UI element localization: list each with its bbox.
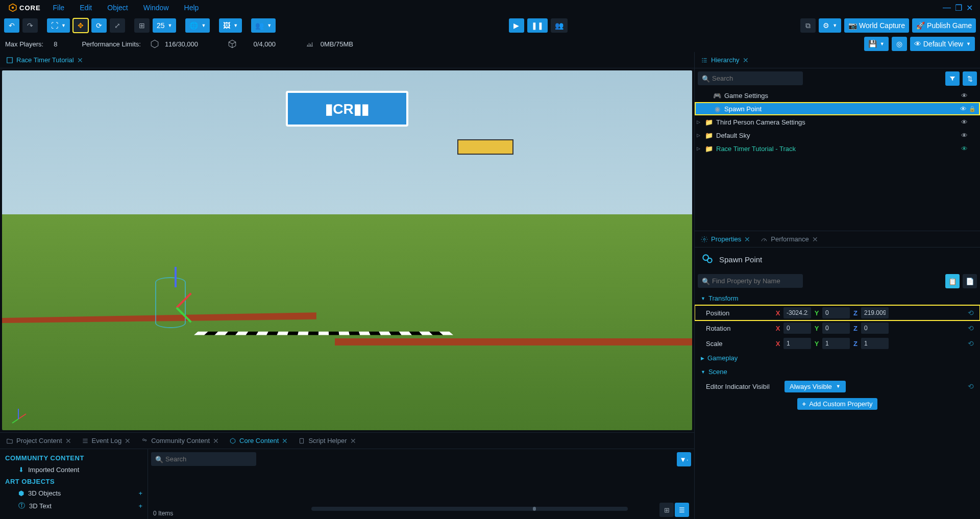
tab-close-icon[interactable]: ✕: [125, 437, 131, 445]
menu-edit[interactable]: Edit: [72, 2, 99, 14]
hierarchy-item-camera-settings[interactable]: ▷ 📁 Third Person Camera Settings 👁: [695, 115, 980, 129]
tree-imported-content[interactable]: ⬇ Imported Content: [0, 464, 148, 476]
visibility-icon[interactable]: 👁: [961, 132, 968, 139]
tab-close-icon[interactable]: ✕: [282, 437, 288, 445]
menu-file[interactable]: File: [46, 2, 72, 14]
copy-properties-button[interactable]: 📋: [945, 274, 960, 288]
close-icon[interactable]: ✕: [966, 3, 973, 13]
gameplay-section-header[interactable]: ▶ Gameplay: [695, 351, 980, 365]
position-z-input[interactable]: [861, 307, 889, 318]
undo-button[interactable]: ↶: [4, 18, 19, 33]
transform-gizmo[interactable]: [155, 277, 196, 338]
default-view-button[interactable]: 👁 Default View ▼: [910, 37, 975, 51]
tab-properties[interactable]: Properties ✕: [696, 232, 755, 246]
gizmo-z-axis[interactable]: [175, 267, 177, 287]
hierarchy-filter-button[interactable]: [945, 71, 960, 86]
tab-close-icon[interactable]: ✕: [812, 235, 818, 243]
position-x-input[interactable]: [783, 307, 811, 318]
content-search-input[interactable]: [151, 452, 256, 466]
tab-close-icon[interactable]: ✕: [744, 235, 750, 243]
tab-performance[interactable]: Performance ✕: [755, 232, 823, 246]
move-tool-button[interactable]: ✥: [73, 18, 88, 33]
lock-icon[interactable]: 🔒: [969, 106, 976, 112]
scale-x-input[interactable]: [783, 338, 811, 349]
settings-gear-button[interactable]: ⚙▼: [819, 18, 841, 33]
redo-button[interactable]: ↷: [22, 18, 38, 33]
expand-icon[interactable]: +: [138, 502, 142, 510]
tab-close-icon[interactable]: ✕: [213, 437, 219, 445]
rotation-y-input[interactable]: [822, 323, 850, 334]
grid-snap-button[interactable]: ⊞: [134, 18, 150, 33]
expand-icon[interactable]: +: [138, 489, 142, 497]
tab-project-content[interactable]: Project Content✕: [1, 434, 77, 448]
rotate-tool-button[interactable]: ⟳: [91, 18, 107, 33]
tab-event-log[interactable]: Event Log✕: [77, 434, 136, 448]
grid-view-button[interactable]: ⊞: [659, 503, 674, 517]
tree-3d-objects[interactable]: ⬢ 3D Objects +: [0, 487, 148, 499]
expand-arrow-icon[interactable]: ▷: [697, 133, 702, 138]
add-custom-property-button[interactable]: +Add Custom Property: [797, 398, 878, 410]
help-target-button[interactable]: ◎: [892, 37, 907, 51]
snap-value-button[interactable]: 25▼: [153, 18, 177, 33]
tab-community-content[interactable]: Community Content✕: [136, 434, 224, 448]
reset-rotation-button[interactable]: ⟲: [968, 324, 974, 332]
save-layout-button[interactable]: 💾▼: [864, 37, 889, 51]
world-capture-button[interactable]: 📷 World Capture: [844, 18, 909, 33]
screens-button[interactable]: ⧉: [800, 18, 816, 33]
viewport[interactable]: ▮CR▮▮: [2, 70, 692, 430]
menu-help[interactable]: Help: [177, 2, 206, 14]
menu-window[interactable]: Window: [136, 2, 176, 14]
camera-button[interactable]: 🖼▼: [219, 18, 242, 33]
scene-section-header[interactable]: ▼ Scene: [695, 365, 980, 379]
multiplayer-preview-button[interactable]: 👥: [551, 18, 568, 33]
art-objects-header[interactable]: ART OBJECTS: [0, 476, 148, 487]
reset-scale-button[interactable]: ⟲: [968, 339, 974, 348]
expand-arrow-icon[interactable]: ▷: [697, 146, 702, 151]
hierarchy-search-input[interactable]: [698, 71, 803, 85]
visibility-icon[interactable]: 👁: [961, 92, 968, 100]
filter-button[interactable]: ▼·: [677, 452, 691, 466]
orientation-button[interactable]: 🌐▼: [185, 18, 210, 33]
rotation-x-input[interactable]: [783, 323, 811, 334]
reset-position-button[interactable]: ⟲: [968, 309, 974, 317]
tab-close-icon[interactable]: ✕: [743, 56, 749, 64]
position-y-input[interactable]: [822, 307, 850, 318]
visibility-icon[interactable]: 👁: [961, 145, 968, 153]
transform-section-header[interactable]: ▼ Transform: [695, 291, 980, 305]
tab-hierarchy[interactable]: Hierarchy ✕: [696, 53, 754, 67]
content-scrollbar[interactable]: [311, 507, 628, 511]
hierarchy-sort-button[interactable]: ⇅: [963, 71, 977, 86]
select-tool-button[interactable]: ⛶▼: [47, 18, 70, 33]
paste-properties-button[interactable]: 📄: [963, 274, 977, 288]
tab-close-icon[interactable]: ✕: [65, 437, 71, 445]
hierarchy-item-track[interactable]: ▷ 📁 Race Timer Tutorial - Track 👁: [695, 142, 980, 155]
hierarchy-item-default-sky[interactable]: ▷ 📁 Default Sky 👁: [695, 129, 980, 142]
minimize-icon[interactable]: —: [943, 3, 951, 13]
tab-race-timer[interactable]: Race Timer Tutorial ✕: [1, 53, 88, 67]
property-search-input[interactable]: [698, 274, 803, 288]
scale-tool-button[interactable]: ⤢: [110, 18, 125, 33]
scale-y-input[interactable]: [822, 338, 850, 349]
players-button[interactable]: 👥▼: [251, 18, 276, 33]
hierarchy-item-spawn-point[interactable]: ◉ Spawn Point 👁🔒: [695, 102, 980, 115]
menu-object[interactable]: Object: [100, 2, 135, 14]
tab-close-icon[interactable]: ✕: [350, 437, 356, 445]
tab-close-icon[interactable]: ✕: [77, 56, 83, 64]
list-view-button[interactable]: ☰: [675, 503, 689, 517]
rotation-z-input[interactable]: [861, 323, 889, 334]
reset-indicator-button[interactable]: ⟲: [968, 382, 974, 390]
visibility-icon[interactable]: 👁: [961, 118, 968, 126]
tab-core-content[interactable]: Core Content✕: [224, 434, 293, 448]
editor-indicator-dropdown[interactable]: Always Visible▼: [785, 381, 846, 392]
community-content-header[interactable]: COMMUNITY CONTENT: [0, 452, 148, 464]
publish-game-button[interactable]: 🚀 Publish Game: [912, 18, 976, 33]
expand-arrow-icon[interactable]: ▷: [697, 119, 702, 125]
play-button[interactable]: ▶: [509, 18, 524, 33]
hierarchy-item-game-settings[interactable]: 🎮 Game Settings 👁: [695, 89, 980, 102]
pause-button[interactable]: ❚❚: [527, 18, 548, 33]
tab-script-helper[interactable]: Script Helper✕: [293, 434, 361, 448]
tree-3d-text[interactable]: Ⓣ 3D Text +: [0, 499, 148, 512]
maximize-icon[interactable]: ❐: [955, 3, 962, 13]
visibility-icon[interactable]: 👁: [960, 105, 967, 113]
scale-z-input[interactable]: [861, 338, 889, 349]
